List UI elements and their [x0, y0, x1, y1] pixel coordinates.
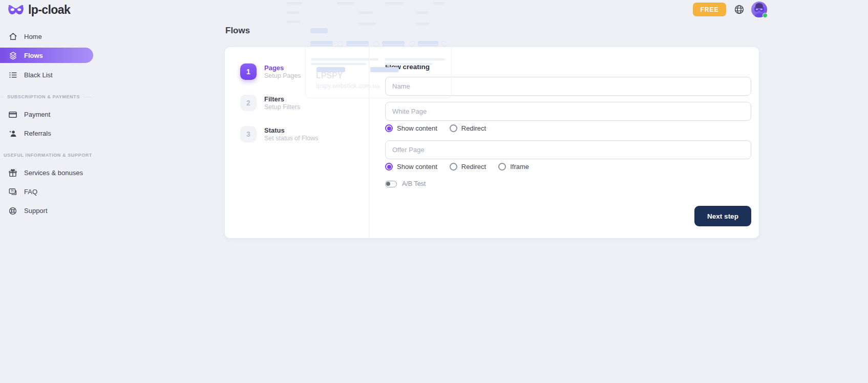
brand-name: lp-cloak — [28, 3, 70, 17]
toggle-knob — [386, 182, 390, 186]
form-title: Flow creating — [385, 63, 751, 71]
sidebar-item-home[interactable]: Home — [0, 29, 93, 45]
sidebar-item-label: Home — [24, 33, 42, 40]
question-bubble-icon: ?! — [8, 187, 17, 197]
white-page-input[interactable] — [385, 102, 751, 121]
user-avatar[interactable] — [751, 2, 767, 17]
flow-name-input[interactable] — [385, 77, 751, 96]
sidebar: Home Flows Black List SUBSCRIPTION & PAY… — [0, 29, 93, 222]
radio-unselected[interactable] — [450, 163, 457, 171]
flow-creating-card: 1 Pages Setup Pages 2 Filters Setup Filt… — [225, 47, 759, 238]
credit-card-icon — [8, 110, 17, 119]
ab-test-label: A/B Test — [402, 180, 426, 187]
person-star-icon — [8, 129, 17, 138]
sidebar-item-faq[interactable]: ?! FAQ — [0, 184, 93, 200]
step-title: Filters — [264, 95, 300, 103]
sidebar-item-label: Support — [24, 207, 48, 215]
topbar-right: FREE — [693, 2, 767, 17]
bullet-list-icon — [8, 71, 17, 79]
wizard-step-status[interactable]: 3 Status Set status of Flows — [240, 126, 369, 142]
language-globe-icon[interactable] — [734, 4, 745, 15]
flow-creating-form: Flow creating Show content Redirect Show… — [369, 47, 759, 238]
offer-page-show-content-option[interactable]: Show content — [385, 163, 437, 171]
sidebar-item-label: Referrals — [24, 130, 51, 137]
online-status-dot — [763, 13, 768, 18]
radio-selected[interactable] — [385, 163, 393, 171]
stack-layers-icon — [8, 51, 17, 60]
radio-selected[interactable] — [385, 124, 393, 132]
ab-test-toggle[interactable] — [385, 181, 397, 187]
wizard-steps: 1 Pages Setup Pages 2 Filters Setup Filt… — [225, 47, 369, 238]
step-subtitle: Set status of Flows — [264, 135, 319, 142]
sidebar-item-black-list[interactable]: Black List — [0, 67, 93, 83]
sidebar-item-support[interactable]: Support — [0, 203, 93, 219]
svg-text:?!: ?! — [11, 189, 14, 193]
white-page-show-content-option[interactable]: Show content — [385, 124, 437, 132]
sidebar-item-referrals[interactable]: Referrals — [0, 125, 93, 141]
sidebar-item-label: Services & bonuses — [24, 169, 83, 177]
offer-page-mode-radios: Show content Redirect Iframe — [385, 163, 751, 171]
wizard-step-filters[interactable]: 2 Filters Setup Filters — [240, 95, 369, 111]
radio-unselected[interactable] — [498, 163, 506, 171]
white-page-redirect-option[interactable]: Redirect — [450, 124, 486, 132]
lifebuoy-icon — [8, 206, 17, 216]
topbar: lp-cloak FREE — [0, 0, 868, 23]
plan-badge[interactable]: FREE — [693, 3, 726, 16]
sidebar-item-payment[interactable]: Payment — [0, 107, 93, 122]
page-title: Flows — [225, 26, 250, 36]
brand-mask-icon — [8, 4, 24, 16]
sidebar-item-label: Flows — [24, 52, 43, 59]
sidebar-section-title: USEFUL INFORMATION & SUPPORT — [0, 153, 93, 158]
step-subtitle: Setup Filters — [264, 103, 300, 111]
step-title: Status — [264, 126, 319, 135]
step-number-badge: 2 — [240, 95, 257, 111]
sidebar-item-label: Payment — [24, 111, 50, 118]
sidebar-item-label: Black List — [24, 71, 53, 79]
offer-page-input[interactable] — [385, 140, 751, 159]
radio-unselected[interactable] — [450, 124, 457, 132]
step-number-badge: 3 — [240, 126, 257, 142]
offer-page-iframe-option[interactable]: Iframe — [498, 163, 529, 171]
white-page-mode-radios: Show content Redirect — [385, 124, 751, 132]
gift-icon — [8, 168, 17, 178]
sidebar-item-label: FAQ — [24, 188, 37, 196]
offer-page-redirect-option[interactable]: Redirect — [450, 163, 486, 171]
brand-logo[interactable]: lp-cloak — [8, 3, 70, 17]
step-number-badge: 1 — [240, 63, 257, 80]
sidebar-section-title: SUBSCRIPTION & PAYMENTS — [0, 94, 93, 99]
sidebar-item-services-bonuses[interactable]: Services & bonuses — [0, 165, 93, 181]
sidebar-item-flows[interactable]: Flows — [0, 48, 93, 63]
step-title: Pages — [264, 63, 301, 72]
next-step-button[interactable]: Next step — [694, 206, 751, 226]
wizard-step-pages[interactable]: 1 Pages Setup Pages — [240, 63, 369, 80]
house-icon — [8, 32, 17, 41]
step-subtitle: Setup Pages — [264, 72, 301, 80]
ab-test-toggle-row[interactable]: A/B Test — [385, 180, 751, 187]
